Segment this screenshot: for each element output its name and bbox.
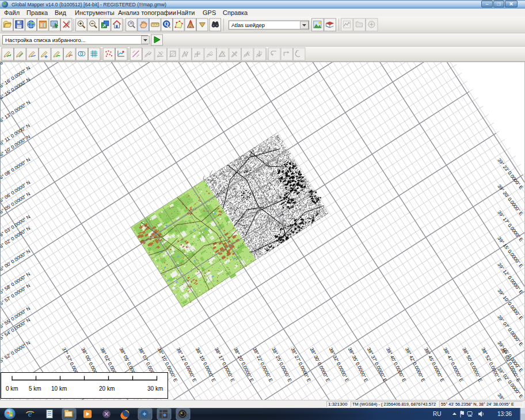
- svg-text:30 km: 30 km: [147, 385, 163, 392]
- svg-text:20 km: 20 km: [99, 385, 115, 392]
- svg-text:RU: RU: [433, 411, 441, 417]
- svg-text:10 km: 10 km: [51, 385, 67, 392]
- svg-text:Настройка списка избранного...: Настройка списка избранного...: [5, 37, 85, 43]
- svg-text:Q: Q: [164, 21, 169, 28]
- svg-text:e: e: [28, 409, 32, 418]
- svg-text:5 km: 5 km: [29, 385, 41, 392]
- svg-text:13:36: 13:36: [497, 411, 512, 417]
- svg-text:0 km: 0 km: [6, 385, 18, 392]
- svg-text:Atlas шейдер: Atlas шейдер: [231, 22, 265, 28]
